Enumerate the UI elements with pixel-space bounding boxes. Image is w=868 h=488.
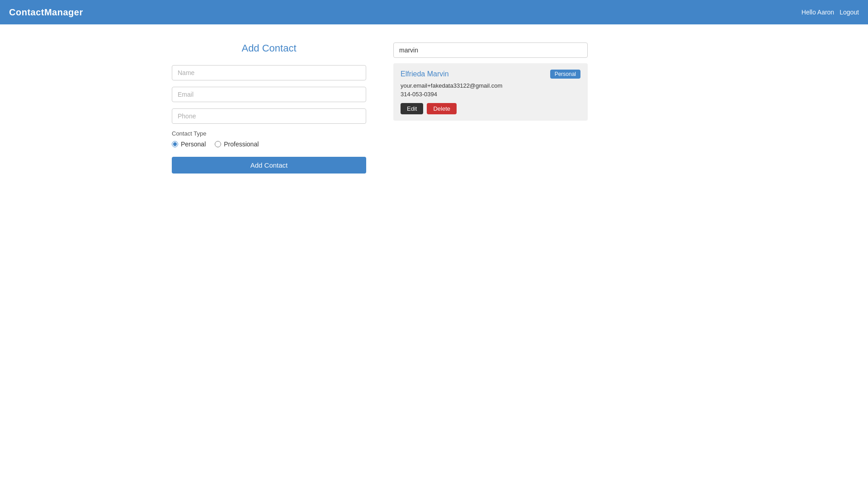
contact-email: your.email+fakedata33122@gmail.com bbox=[401, 82, 580, 89]
search-input[interactable] bbox=[393, 42, 588, 58]
radio-personal-label: Personal bbox=[181, 141, 206, 148]
phone-input[interactable] bbox=[172, 108, 366, 124]
contact-type-label: Contact Type bbox=[172, 130, 366, 137]
contact-type-badge: Personal bbox=[550, 70, 580, 79]
name-input[interactable] bbox=[172, 65, 366, 80]
contact-name: Elfrieda Marvin bbox=[401, 70, 449, 78]
radio-personal-input[interactable] bbox=[172, 141, 178, 147]
contact-actions: Edit Delete bbox=[401, 103, 580, 114]
logout-link[interactable]: Logout bbox=[840, 9, 859, 16]
email-field-group bbox=[172, 87, 366, 102]
main-container: Add Contact Contact Type Personal Profes… bbox=[163, 24, 705, 183]
greeting-text: Hello Aaron bbox=[802, 9, 834, 16]
email-input[interactable] bbox=[172, 87, 366, 102]
contact-card-header: Elfrieda Marvin Personal bbox=[401, 70, 580, 79]
app-brand: ContactManager bbox=[9, 7, 83, 18]
navbar-right: Hello Aaron Logout bbox=[802, 9, 859, 16]
radio-professional-label: Professional bbox=[224, 141, 259, 148]
add-contact-form-panel: Add Contact Contact Type Personal Profes… bbox=[172, 42, 366, 174]
navbar: ContactManager Hello Aaron Logout bbox=[0, 0, 868, 24]
form-title: Add Contact bbox=[172, 42, 366, 54]
contact-card: Elfrieda Marvin Personal your.email+fake… bbox=[393, 63, 588, 121]
search-panel: Elfrieda Marvin Personal your.email+fake… bbox=[393, 42, 588, 174]
contact-type-radio-group: Personal Professional bbox=[172, 141, 366, 148]
contact-phone: 314-053-0394 bbox=[401, 91, 580, 98]
radio-personal-option[interactable]: Personal bbox=[172, 141, 206, 148]
edit-button[interactable]: Edit bbox=[401, 103, 423, 114]
phone-field-group bbox=[172, 108, 366, 124]
radio-professional-input[interactable] bbox=[215, 141, 221, 147]
radio-professional-option[interactable]: Professional bbox=[215, 141, 259, 148]
name-field-group bbox=[172, 65, 366, 80]
delete-button[interactable]: Delete bbox=[427, 103, 457, 114]
add-contact-button[interactable]: Add Contact bbox=[172, 157, 366, 174]
